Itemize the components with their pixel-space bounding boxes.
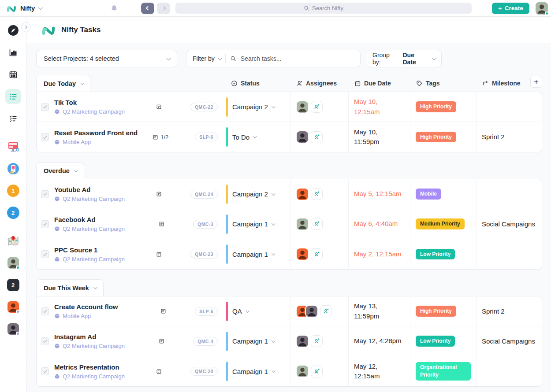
- assignee-avatar[interactable]: [297, 101, 308, 113]
- tag-pill[interactable]: Low Priority: [416, 336, 455, 347]
- due-date[interactable]: May 13, 11:59pm: [349, 296, 410, 326]
- due-date[interactable]: May 2, 12:15am: [349, 239, 410, 269]
- milestone[interactable]: Sprint 2: [477, 296, 542, 326]
- task-project-link[interactable]: Q2 Marketing Campaign: [54, 226, 125, 232]
- milestone[interactable]: [477, 356, 542, 386]
- task-project-link[interactable]: Mobile App: [54, 139, 138, 145]
- tags-cell[interactable]: High Priority: [410, 296, 477, 326]
- sidebar-expand-button[interactable]: [21, 22, 31, 32]
- milestone[interactable]: [477, 239, 542, 269]
- nav-back-button[interactable]: [141, 3, 154, 14]
- task-title[interactable]: Instagram Ad: [54, 333, 125, 340]
- member-avatar-woman[interactable]: [5, 322, 21, 337]
- milestone[interactable]: [477, 179, 542, 209]
- brand[interactable]: Nifty: [0, 3, 110, 14]
- assignee-avatar[interactable]: [297, 189, 308, 200]
- milestone[interactable]: Social Campaigns: [477, 326, 542, 356]
- notifications-bell-icon[interactable]: [110, 4, 118, 12]
- add-assignee-button[interactable]: [311, 366, 323, 377]
- task-checkbox[interactable]: [41, 103, 49, 111]
- assignee-avatar[interactable]: [306, 306, 317, 317]
- tags-cell[interactable]: Medium Priority: [410, 209, 477, 239]
- project-item-1[interactable]: 1: [5, 183, 21, 198]
- sidebar-item-discover[interactable]: [5, 23, 21, 38]
- task-checkbox[interactable]: [41, 220, 49, 228]
- tags-cell[interactable]: High Priority: [410, 92, 477, 122]
- add-assignee-button[interactable]: [311, 131, 323, 143]
- column-assignees[interactable]: Assignees: [290, 80, 348, 87]
- nav-forward-button[interactable]: [157, 3, 170, 14]
- status-dropdown[interactable]: Campaign 1: [225, 239, 290, 269]
- due-date[interactable]: May 5, 12:15am: [349, 179, 410, 209]
- tag-pill[interactable]: High Priority: [416, 132, 456, 143]
- add-column-button[interactable]: +: [530, 76, 542, 88]
- add-assignee-button[interactable]: [311, 248, 323, 260]
- task-title[interactable]: Tik Tok: [54, 99, 125, 106]
- tag-pill[interactable]: Mobile: [416, 189, 441, 200]
- task-checkbox[interactable]: [41, 133, 49, 141]
- assignee-avatar[interactable]: [297, 218, 308, 230]
- task-project-link[interactable]: Q2 Marketing Campaign: [54, 108, 125, 115]
- assignee-avatar[interactable]: [297, 366, 308, 377]
- add-assignee-button[interactable]: [311, 101, 323, 113]
- milestone[interactable]: Social Campaigns: [477, 209, 542, 239]
- due-date[interactable]: May 10, 11:59pm: [349, 122, 410, 152]
- add-assignee-button[interactable]: [311, 188, 323, 200]
- task-project-link[interactable]: Q2 Marketing Campaign: [54, 256, 125, 263]
- group-tab[interactable]: Overdue: [36, 162, 84, 179]
- due-date[interactable]: May 12, 12:15am: [349, 356, 410, 386]
- group-tab[interactable]: Due Today: [36, 75, 90, 92]
- task-project-link[interactable]: Q2 Marketing Campaign: [54, 343, 125, 349]
- assignee-avatar[interactable]: [297, 336, 308, 347]
- task-title[interactable]: Reset Password Front end: [54, 129, 138, 137]
- task-title[interactable]: Metrics Presentation: [54, 363, 125, 371]
- group-by-dropdown[interactable]: Group by: Due Date: [366, 50, 442, 67]
- tags-cell[interactable]: Mobile: [410, 179, 477, 209]
- task-title[interactable]: Youtube Ad: [54, 186, 125, 193]
- task-checkbox[interactable]: [41, 190, 49, 198]
- due-date[interactable]: May 12, 4:28pm: [349, 326, 410, 356]
- column-due-date[interactable]: Due Date: [348, 80, 410, 87]
- task-checkbox[interactable]: [41, 367, 49, 375]
- assignee-avatar[interactable]: [297, 248, 308, 260]
- create-button[interactable]: + Create: [492, 3, 529, 14]
- task-title[interactable]: Facebook Ad: [54, 216, 125, 223]
- task-title[interactable]: PPC Source 1: [54, 246, 125, 254]
- select-projects-dropdown[interactable]: Select Projects: 4 selected: [36, 50, 177, 67]
- member-badge-count[interactable]: 2: [5, 277, 21, 292]
- user-avatar[interactable]: [536, 2, 548, 15]
- tag-pill[interactable]: Medium Priority: [416, 218, 465, 229]
- add-assignee-button[interactable]: [311, 335, 323, 347]
- filter-by-dropdown[interactable]: Filter by: [193, 55, 221, 62]
- task-checkbox[interactable]: [41, 250, 49, 258]
- task-checkbox[interactable]: [41, 307, 49, 315]
- status-dropdown[interactable]: Campaign 1: [225, 209, 290, 239]
- status-dropdown[interactable]: Campaign 1: [225, 326, 290, 356]
- status-dropdown[interactable]: Campaign 1: [225, 356, 290, 386]
- member-avatar-orange[interactable]: [5, 300, 21, 314]
- add-assignee-button[interactable]: [320, 305, 332, 317]
- status-dropdown[interactable]: To Do: [225, 122, 290, 152]
- status-dropdown[interactable]: QA: [225, 296, 290, 326]
- project-item-2[interactable]: 2: [5, 205, 21, 220]
- tag-pill[interactable]: Organizational Priority: [416, 362, 471, 381]
- task-project-link[interactable]: Mobile App: [54, 313, 118, 319]
- sidebar-item-reports[interactable]: [5, 45, 21, 60]
- sidebar-item-calendar[interactable]: [5, 67, 21, 82]
- tags-cell[interactable]: Low Priority: [410, 239, 477, 269]
- status-dropdown[interactable]: Campaign 2: [225, 179, 290, 209]
- due-date[interactable]: May 6, 4:40am: [349, 209, 410, 239]
- milestone[interactable]: [477, 92, 542, 122]
- task-checkbox[interactable]: [41, 337, 49, 345]
- global-search-input[interactable]: Search Nifty: [175, 3, 472, 14]
- member-avatar-beard[interactable]: [5, 255, 21, 270]
- due-date[interactable]: May 10, 12:15am: [349, 92, 410, 122]
- sidebar-item-my-work[interactable]: [5, 111, 21, 126]
- tag-pill[interactable]: High Priority: [416, 101, 456, 112]
- group-tab[interactable]: Due This Week: [36, 279, 104, 296]
- add-assignee-button[interactable]: [311, 218, 323, 230]
- assignee-avatar[interactable]: [297, 131, 308, 143]
- column-tags[interactable]: Tags: [410, 80, 476, 87]
- column-status[interactable]: Status: [225, 80, 290, 87]
- project-item-website[interactable]: [5, 139, 21, 154]
